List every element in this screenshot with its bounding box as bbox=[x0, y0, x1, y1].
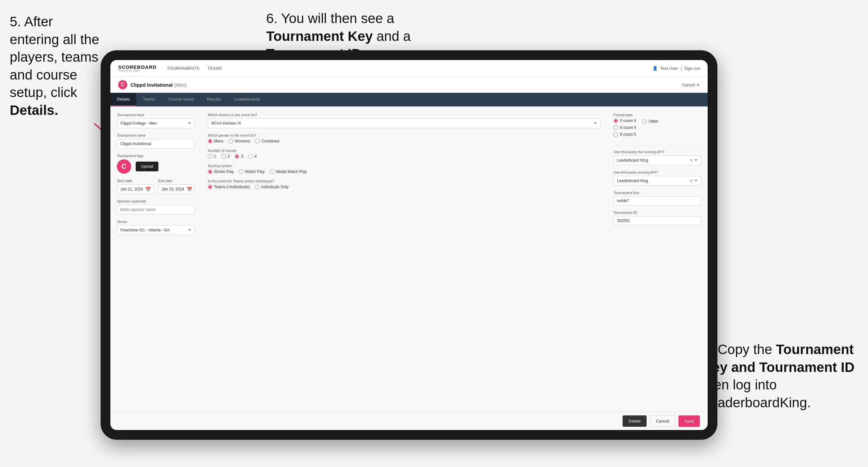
tournament-host-group: Tournament Host Clippd College - Men bbox=[117, 113, 195, 128]
tournament-logo-label: Tournament logo bbox=[117, 154, 195, 158]
scoring-match-radio[interactable] bbox=[239, 169, 244, 174]
rounds-label: Number of rounds bbox=[208, 149, 600, 153]
tournament-logo: C bbox=[118, 80, 127, 89]
tab-results[interactable]: Results bbox=[200, 93, 227, 106]
tournament-id-label: Tournament ID bbox=[614, 211, 701, 215]
api2-clear-button[interactable]: ✕ bbox=[689, 178, 693, 183]
round-3[interactable]: 3 bbox=[235, 154, 243, 159]
teams-label: Is this event for Teams and/or Individua… bbox=[208, 179, 600, 183]
date-group: Start date 📅 End date 📅 bbox=[117, 179, 195, 194]
round-1[interactable]: 1 bbox=[208, 154, 216, 159]
tournament-host-select[interactable]: Clippd College - Men bbox=[117, 119, 195, 128]
gender-label: Which gender is the event for? bbox=[208, 133, 600, 137]
gender-combined[interactable]: Combined bbox=[255, 139, 279, 144]
scoring-stroke-radio[interactable] bbox=[208, 169, 212, 174]
round-2[interactable]: 2 bbox=[221, 154, 230, 159]
api2-select-wrap: Leaderboard King ✕ bbox=[614, 176, 701, 186]
api1-clear-button[interactable]: ✕ bbox=[689, 158, 693, 163]
scoreboard-sub: Powered by clippd bbox=[118, 69, 156, 72]
format-6count4-radio[interactable] bbox=[614, 125, 618, 130]
cancel-button[interactable]: Cancel bbox=[650, 415, 675, 427]
tournament-key-value: befdb7 bbox=[614, 196, 701, 206]
round-2-radio[interactable] bbox=[221, 154, 226, 159]
tournament-id-group: Tournament ID 302051 bbox=[614, 211, 701, 225]
start-date-label: Start date bbox=[117, 179, 154, 183]
main-content: Tournament Host Clippd College - Men Tou… bbox=[111, 106, 708, 412]
annotation-left: 5. After entering all the players, teams… bbox=[10, 13, 101, 119]
tournament-key-label: Tournament Key bbox=[614, 191, 701, 195]
tablet-frame: SCOREBOARD Powered by clippd TOURNAMENTS… bbox=[101, 50, 717, 440]
nav-link-teams[interactable]: TEAMS bbox=[208, 66, 222, 71]
scoring-label: Scoring system bbox=[208, 164, 600, 168]
format-6count5[interactable]: 6 count 5 bbox=[614, 132, 636, 136]
format-other-radio[interactable] bbox=[642, 119, 647, 124]
upload-button[interactable]: Upload bbox=[136, 162, 158, 172]
tournament-name-group: Tournament name bbox=[117, 133, 195, 149]
delete-button[interactable]: Delete bbox=[623, 415, 647, 427]
left-col: Tournament Host Clippd College - Men Tou… bbox=[111, 106, 201, 412]
tab-course-setup[interactable]: Course Setup bbox=[162, 93, 200, 106]
gender-womens-radio[interactable] bbox=[228, 139, 233, 144]
api2-select[interactable]: Leaderboard King bbox=[614, 176, 701, 186]
division-label: Which division is the event for? bbox=[208, 113, 600, 117]
round-3-radio[interactable] bbox=[235, 154, 239, 159]
tournament-host-label: Tournament Host bbox=[117, 113, 195, 117]
end-calendar-icon: 📅 bbox=[187, 187, 192, 192]
api1-group: Use third-party live scoring API? Leader… bbox=[614, 150, 701, 165]
annotation-bottom-right: 7. Copy the Tournament Key and Tournamen… bbox=[703, 341, 858, 411]
date-row: Start date 📅 End date 📅 bbox=[117, 179, 195, 194]
user-name: Test User bbox=[660, 66, 678, 71]
user-icon: 👤 bbox=[652, 66, 658, 71]
gender-combined-radio[interactable] bbox=[255, 139, 260, 144]
division-group: Which division is the event for? NCAA Di… bbox=[208, 113, 600, 128]
nav-link-tournaments[interactable]: TOURNAMENTS bbox=[167, 66, 199, 71]
format-other[interactable]: Other bbox=[642, 119, 658, 124]
tab-details[interactable]: Details bbox=[111, 93, 136, 106]
save-button[interactable]: Save bbox=[678, 415, 700, 427]
round-4-radio[interactable] bbox=[248, 154, 253, 159]
tablet-screen: SCOREBOARD Powered by clippd TOURNAMENTS… bbox=[111, 60, 708, 430]
gender-mens-radio[interactable] bbox=[208, 139, 212, 144]
tournament-header: C Clippd Invitational (Men) Cancel ✕ bbox=[111, 77, 708, 93]
venue-select[interactable]: Peachtree GC - Atlanta - GA bbox=[117, 225, 195, 235]
round-1-radio[interactable] bbox=[208, 154, 212, 159]
division-select[interactable]: NCAA Division III bbox=[208, 119, 600, 128]
individuals-radio[interactable] bbox=[255, 185, 259, 189]
teams-radio-group: Teams (+Individuals) Individuals Only bbox=[208, 185, 600, 189]
scoring-match[interactable]: Match Play bbox=[239, 169, 264, 174]
tournament-name-label: Tournament name bbox=[117, 133, 195, 137]
tournament-cancel-button[interactable]: Cancel ✕ bbox=[682, 83, 700, 87]
rounds-radio-group: 1 2 3 4 bbox=[208, 154, 600, 159]
format-6count4[interactable]: 6 count 4 bbox=[614, 125, 636, 130]
scoring-medal[interactable]: Medal Match Play bbox=[270, 169, 307, 174]
teams-plus-radio[interactable] bbox=[208, 185, 212, 189]
api1-select[interactable]: Leaderboard King bbox=[614, 155, 701, 165]
scoring-radio-group: Stroke Play Match Play Medal Match Play bbox=[208, 169, 600, 174]
tab-bar: Details Teams Course Setup Results Leade… bbox=[111, 93, 708, 106]
right-col: Format type 5 count 4 6 count 4 bbox=[607, 106, 708, 412]
tournament-id-value: 302051 bbox=[614, 216, 701, 225]
top-nav: SCOREBOARD Powered by clippd TOURNAMENTS… bbox=[111, 60, 708, 77]
api1-label: Use third-party live scoring API? bbox=[614, 150, 701, 154]
end-date-label: End date bbox=[158, 179, 195, 183]
individuals-only[interactable]: Individuals Only bbox=[255, 185, 288, 189]
round-4[interactable]: 4 bbox=[248, 154, 257, 159]
format-6count5-radio[interactable] bbox=[614, 132, 618, 136]
format-5count4-radio[interactable] bbox=[614, 119, 618, 123]
scoring-medal-radio[interactable] bbox=[270, 169, 274, 174]
teams-plus-individuals[interactable]: Teams (+Individuals) bbox=[208, 185, 250, 189]
tab-teams[interactable]: Teams bbox=[136, 93, 162, 106]
sponsor-input[interactable] bbox=[117, 205, 195, 215]
end-date-group: End date 📅 bbox=[158, 179, 195, 194]
gender-womens[interactable]: Womens bbox=[228, 139, 250, 144]
logo-upload-area: C Upload bbox=[117, 159, 195, 174]
scoring-stroke[interactable]: Stroke Play bbox=[208, 169, 234, 174]
tournament-name-input[interactable] bbox=[117, 139, 195, 149]
rounds-group: Number of rounds 1 2 3 4 bbox=[208, 149, 600, 159]
format-5count4[interactable]: 5 count 4 bbox=[614, 119, 636, 123]
gender-mens[interactable]: Mens bbox=[208, 139, 223, 144]
format-6count5-label: 6 count 5 bbox=[620, 132, 636, 136]
sign-out-link[interactable]: Sign out bbox=[684, 66, 700, 71]
tab-leaderboards[interactable]: Leaderboards bbox=[227, 93, 267, 106]
format-6count4-label: 6 count 4 bbox=[620, 125, 636, 130]
